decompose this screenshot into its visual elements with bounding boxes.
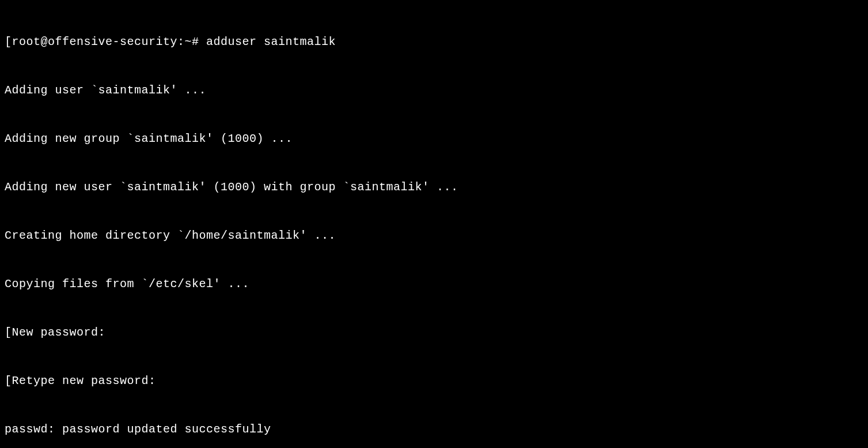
text: Retype new password: (12, 374, 156, 387)
command-line: [root@offensive-security:~# adduser sain… (5, 30, 863, 54)
output-line: passwd: password updated successfully (5, 417, 863, 442)
bracket: [ (5, 35, 12, 48)
output-line: Copying files from `/etc/skel' ... (5, 272, 863, 296)
terminal-output[interactable]: [root@offensive-security:~# adduser sain… (5, 6, 863, 448)
output-line: Creating home directory `/home/saintmali… (5, 224, 863, 248)
text: New password: (12, 326, 106, 339)
command-text: adduser saintmalik (206, 35, 336, 48)
output-line: Adding new user `saintmalik' (1000) with… (5, 175, 863, 199)
shell-prompt: root@offensive-security:~# (12, 35, 207, 48)
bracket: [ (5, 326, 12, 339)
bracket: [ (5, 374, 12, 387)
password-prompt: [New password: (5, 321, 863, 345)
output-line: Adding user `saintmalik' ... (5, 78, 863, 103)
password-retype-prompt: [Retype new password: (5, 369, 863, 393)
output-line: Adding new group `saintmalik' (1000) ... (5, 127, 863, 151)
